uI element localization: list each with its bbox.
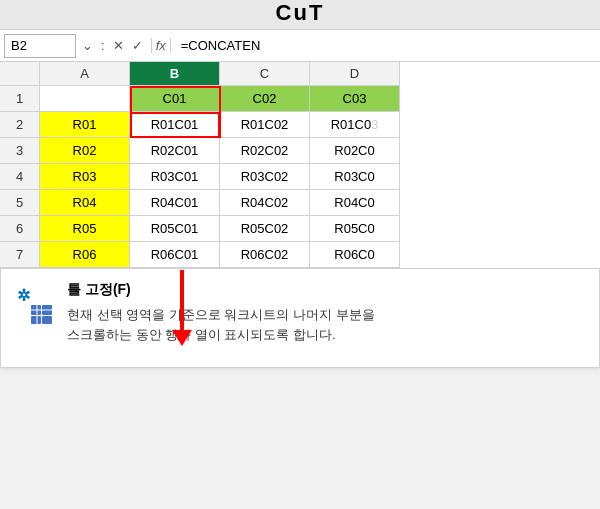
cell-d5[interactable]: R04C0: [310, 190, 400, 216]
col-headers-row: A B C D: [0, 62, 600, 86]
cell-d4[interactable]: R03C0: [310, 164, 400, 190]
cell-d6[interactable]: R05C0: [310, 216, 400, 242]
chevron-down-icon[interactable]: ⌄: [80, 38, 95, 53]
col-header-d[interactable]: D: [310, 62, 400, 86]
row-num-7: 7: [0, 242, 40, 268]
cell-a3[interactable]: R02: [40, 138, 130, 164]
row-num-6: 6: [0, 216, 40, 242]
spreadsheet: A B C D 1 C01 C02 C03 2 R01 R01C01 R01C0…: [0, 62, 600, 268]
col-header-a[interactable]: A: [40, 62, 130, 86]
cell-d7[interactable]: R06C0: [310, 242, 400, 268]
cell-b1[interactable]: C01: [130, 86, 220, 112]
grid-container: A B C D 1 C01 C02 C03 2 R01 R01C01 R01C0…: [0, 62, 600, 268]
cell-a7[interactable]: R06: [40, 242, 130, 268]
top-bar: CuT: [0, 0, 600, 30]
cancel-icon[interactable]: ✕: [111, 38, 126, 53]
row-num-5: 5: [0, 190, 40, 216]
row-num-4: 4: [0, 164, 40, 190]
cell-b5[interactable]: R04C01: [130, 190, 220, 216]
row-num-3: 3: [0, 138, 40, 164]
cell-a1[interactable]: [40, 86, 130, 112]
formula-bar: B2 ⌄ : ✕ ✓ fx =CONCATEN: [0, 30, 600, 62]
svg-rect-3: [31, 316, 41, 324]
table-row: 5 R04 R04C01 R04C02 R04C0: [0, 190, 600, 216]
cell-a6[interactable]: R05: [40, 216, 130, 242]
cut-label: CuT: [276, 0, 325, 26]
freeze-icon-container: ✲: [15, 285, 55, 325]
cell-b6[interactable]: R05C01: [130, 216, 220, 242]
cell-b7[interactable]: R06C01: [130, 242, 220, 268]
cell-d1[interactable]: C03: [310, 86, 400, 112]
colon-icon: :: [99, 38, 107, 53]
cell-a4[interactable]: R03: [40, 164, 130, 190]
cell-b3[interactable]: R02C01: [130, 138, 220, 164]
name-box[interactable]: B2: [4, 34, 76, 58]
row-num-1: 1: [0, 86, 40, 112]
tooltip-box: ✲ 틀 고정(F) 현재 선택 영역을 기준으로 워크시트의 나머지 부분을스크…: [0, 268, 600, 368]
svg-text:✲: ✲: [17, 287, 30, 304]
cell-c6[interactable]: R05C02: [220, 216, 310, 242]
main-container: CuT B2 ⌄ : ✕ ✓ fx =CONCATEN A B C D 1: [0, 0, 600, 509]
cell-a2[interactable]: R01: [40, 112, 130, 138]
table-row: 1 C01 C02 C03: [0, 86, 600, 112]
table-row: 2 R01 R01C01 R01C02 R01C03: [0, 112, 600, 138]
tooltip-title: 틀 고정(F): [67, 281, 585, 299]
cell-b4[interactable]: R03C01: [130, 164, 220, 190]
fx-label: fx: [151, 38, 171, 53]
tooltip-description: 현재 선택 영역을 기준으로 워크시트의 나머지 부분을스크롤하는 동안 행과 …: [67, 305, 585, 344]
cell-c3[interactable]: R02C02: [220, 138, 310, 164]
cell-c4[interactable]: R03C02: [220, 164, 310, 190]
cell-c1[interactable]: C02: [220, 86, 310, 112]
table-row: 6 R05 R05C01 R05C02 R05C0: [0, 216, 600, 242]
freeze-panes-icon: ✲: [15, 285, 55, 325]
row-num-2: 2: [0, 112, 40, 138]
table-row: 3 R02 R02C01 R02C02 R02C0: [0, 138, 600, 164]
cell-a5[interactable]: R04: [40, 190, 130, 216]
col-header-b[interactable]: B: [130, 62, 220, 86]
cell-b2[interactable]: R01C01: [130, 112, 220, 138]
cell-c5[interactable]: R04C02: [220, 190, 310, 216]
cell-d2[interactable]: R01C03: [310, 112, 400, 138]
tooltip-content: 틀 고정(F) 현재 선택 영역을 기준으로 워크시트의 나머지 부분을스크롤하…: [67, 281, 585, 344]
table-row: 4 R03 R03C01 R03C02 R03C0: [0, 164, 600, 190]
table-row: 7 R06 R06C01 R06C02 R06C0: [0, 242, 600, 268]
confirm-icon[interactable]: ✓: [130, 38, 145, 53]
cell-c2[interactable]: R01C02: [220, 112, 310, 138]
svg-rect-4: [42, 316, 52, 324]
col-header-c[interactable]: C: [220, 62, 310, 86]
cell-c7[interactable]: R06C02: [220, 242, 310, 268]
cell-d3[interactable]: R02C0: [310, 138, 400, 164]
formula-input[interactable]: =CONCATEN: [177, 38, 596, 53]
row-num-header: [0, 62, 40, 86]
